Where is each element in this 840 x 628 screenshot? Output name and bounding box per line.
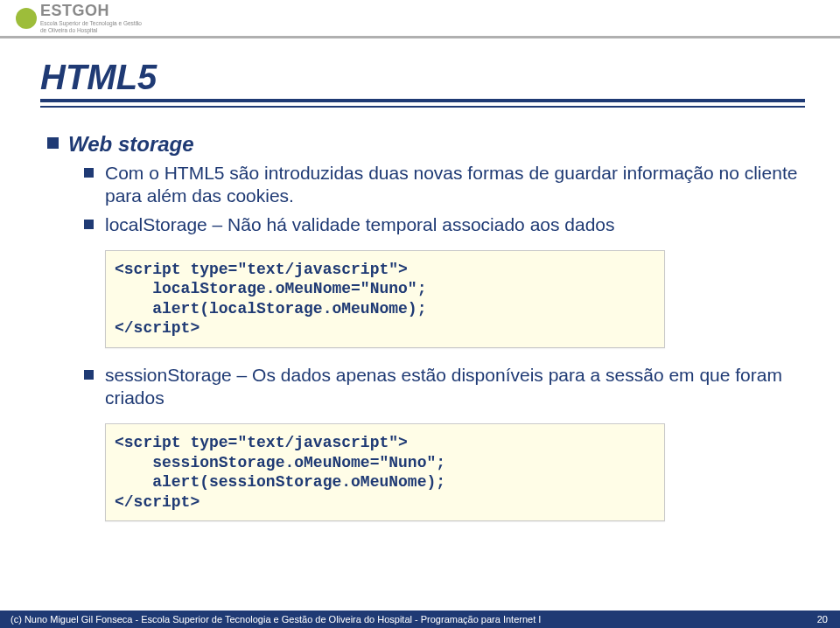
footer-bar: (c) Nuno Miguel Gil Fonseca - Escola Sup… [0,611,840,628]
logo-mark-icon [16,8,37,29]
footer-credits: (c) Nuno Miguel Gil Fonseca - Escola Sup… [10,614,541,625]
code-sessionstorage: <script type="text/javascript"> sessionS… [115,433,659,512]
logo-sub-line1: Escola Superior de Tecnologia e Gestão [40,21,142,27]
logo-sub-line2: de Oliveira do Hospital [40,28,142,34]
bullet-level2-sessionstorage-text: sessionStorage – Os dados apenas estão d… [105,365,782,408]
bullet-level1: Web storage [35,132,805,157]
bullet-level2-localstorage: localStorage – Não há validade temporal … [35,213,805,236]
bullet-level2-localstorage-text: localStorage – Não há validade temporal … [105,214,615,234]
title-block: HTML5 [40,58,805,108]
page-title: HTML5 [40,58,805,97]
bullet-level2-intro-text: Com o HTML5 são introduzidas duas novas … [105,163,797,206]
bullet-level1-text: Web storage [68,132,194,156]
bullet-level2-intro: Com o HTML5 são introduzidas duas novas … [35,162,805,208]
title-rule-thin [40,106,805,108]
title-rule-thick [40,99,805,102]
slide-body: HTML5 Web storage Com o HTML5 são introd… [0,38,840,521]
logo-main: ESTGOH [40,2,142,20]
logo-text: ESTGOH Escola Superior de Tecnologia e G… [40,2,142,34]
code-box-sessionstorage: <script type="text/javascript"> sessionS… [105,423,665,521]
code-box-localstorage: <script type="text/javascript"> localSto… [105,250,665,348]
header-bar: ESTGOH Escola Superior de Tecnologia e G… [0,0,840,38]
logo: ESTGOH Escola Superior de Tecnologia e G… [16,2,142,34]
page-number: 20 [817,614,828,625]
code-localstorage: <script type="text/javascript"> localSto… [115,260,659,338]
bullet-level2-sessionstorage: sessionStorage – Os dados apenas estão d… [35,364,805,410]
